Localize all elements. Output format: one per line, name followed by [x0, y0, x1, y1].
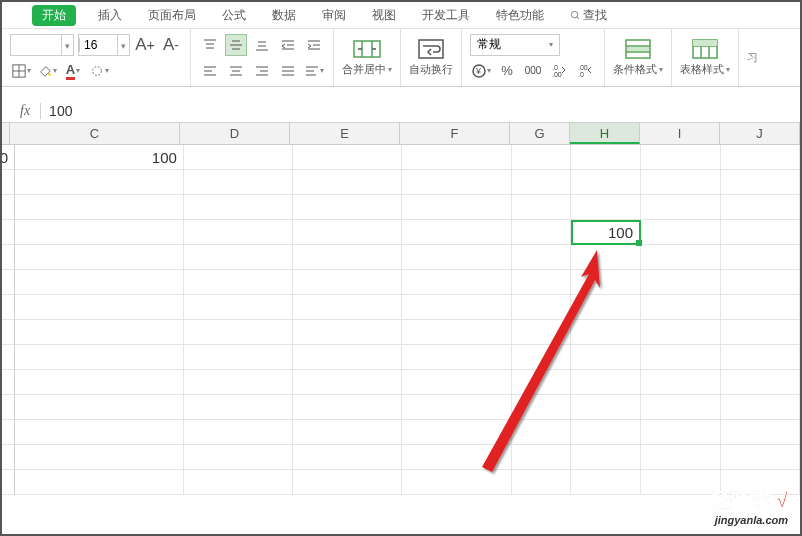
cell[interactable] — [512, 420, 572, 445]
cell[interactable] — [571, 270, 641, 295]
cell[interactable] — [15, 420, 184, 445]
cell[interactable]: 100 — [571, 220, 641, 245]
cell[interactable] — [293, 295, 402, 320]
cell[interactable] — [402, 220, 511, 245]
number-format-select[interactable]: 常规 — [470, 34, 560, 56]
grid[interactable]: 0100100 — [2, 145, 800, 495]
cell[interactable] — [2, 245, 15, 270]
cell[interactable] — [402, 345, 511, 370]
col-header-f[interactable]: F — [400, 123, 510, 144]
col-header-d[interactable]: D — [180, 123, 290, 144]
cell[interactable] — [641, 420, 721, 445]
cell[interactable] — [721, 395, 801, 420]
align-middle-button[interactable] — [225, 34, 247, 56]
cell[interactable] — [721, 170, 801, 195]
orientation-button[interactable] — [303, 60, 325, 82]
cell[interactable] — [571, 395, 641, 420]
cell[interactable] — [184, 470, 293, 495]
cell[interactable] — [2, 320, 15, 345]
cell[interactable] — [571, 295, 641, 320]
cell[interactable] — [2, 420, 15, 445]
cell[interactable] — [641, 345, 721, 370]
cell[interactable] — [15, 370, 184, 395]
cell[interactable] — [2, 395, 15, 420]
cell[interactable] — [293, 370, 402, 395]
percent-button[interactable]: % — [496, 60, 518, 82]
inc-decimal-button[interactable]: .0.00 — [548, 60, 570, 82]
align-center-button[interactable] — [225, 60, 247, 82]
cell[interactable] — [402, 370, 511, 395]
cell[interactable] — [15, 195, 184, 220]
cell[interactable] — [512, 445, 572, 470]
font-size-select[interactable]: 16▾ — [78, 34, 130, 56]
tab-dev[interactable]: 开发工具 — [418, 5, 474, 26]
cell[interactable] — [721, 445, 801, 470]
cell[interactable] — [184, 245, 293, 270]
highlight-button[interactable] — [88, 60, 110, 82]
cell[interactable] — [15, 170, 184, 195]
cell[interactable] — [15, 445, 184, 470]
align-left-button[interactable] — [199, 60, 221, 82]
tab-data[interactable]: 数据 — [268, 5, 300, 26]
cell[interactable] — [402, 445, 511, 470]
cell[interactable] — [571, 370, 641, 395]
cell[interactable] — [641, 195, 721, 220]
fill-handle[interactable] — [636, 240, 642, 246]
col-header-i[interactable]: I — [640, 123, 720, 144]
cell[interactable] — [641, 220, 721, 245]
cell[interactable] — [721, 270, 801, 295]
cell[interactable] — [15, 320, 184, 345]
dec-decimal-button[interactable]: .00.0 — [574, 60, 596, 82]
formula-input[interactable]: 100 — [41, 103, 800, 119]
tab-layout[interactable]: 页面布局 — [144, 5, 200, 26]
merge-group[interactable]: 合并居中 — [334, 29, 401, 86]
cell[interactable] — [15, 295, 184, 320]
borders-button[interactable] — [10, 60, 32, 82]
cell[interactable] — [293, 270, 402, 295]
cell[interactable] — [721, 420, 801, 445]
cell[interactable] — [641, 245, 721, 270]
cell[interactable] — [641, 470, 721, 495]
cell[interactable] — [512, 195, 572, 220]
cell[interactable] — [641, 145, 721, 170]
indent-dec-button[interactable] — [277, 34, 299, 56]
cell[interactable] — [721, 195, 801, 220]
cell[interactable] — [293, 145, 402, 170]
cell[interactable]: 100 — [15, 145, 184, 170]
cell[interactable] — [15, 345, 184, 370]
cell[interactable] — [293, 245, 402, 270]
col-header-h[interactable]: H — [570, 123, 640, 144]
cell[interactable] — [2, 370, 15, 395]
font-name-select[interactable]: ▾ — [10, 34, 74, 56]
cell[interactable] — [184, 320, 293, 345]
cell[interactable] — [402, 245, 511, 270]
tab-formula[interactable]: 公式 — [218, 5, 250, 26]
align-right-button[interactable] — [251, 60, 273, 82]
cell[interactable] — [641, 270, 721, 295]
cell[interactable] — [293, 320, 402, 345]
tab-search[interactable]: 查找 — [566, 5, 611, 26]
cell[interactable] — [2, 195, 15, 220]
cell[interactable] — [641, 395, 721, 420]
cell[interactable] — [512, 245, 572, 270]
cell[interactable] — [184, 170, 293, 195]
cell[interactable] — [402, 145, 511, 170]
cell[interactable] — [2, 220, 15, 245]
cell[interactable] — [2, 345, 15, 370]
cell[interactable]: 0 — [2, 145, 15, 170]
cell[interactable] — [293, 345, 402, 370]
cell[interactable] — [641, 170, 721, 195]
cell[interactable] — [641, 445, 721, 470]
cell[interactable] — [15, 470, 184, 495]
cell[interactable] — [402, 195, 511, 220]
cell[interactable] — [571, 145, 641, 170]
align-top-button[interactable] — [199, 34, 221, 56]
cell[interactable] — [721, 220, 801, 245]
cell[interactable] — [184, 370, 293, 395]
col-header-e[interactable]: E — [290, 123, 400, 144]
cell[interactable] — [721, 345, 801, 370]
cell[interactable] — [2, 470, 15, 495]
cell[interactable] — [402, 170, 511, 195]
cell[interactable] — [184, 420, 293, 445]
cell[interactable] — [512, 145, 572, 170]
